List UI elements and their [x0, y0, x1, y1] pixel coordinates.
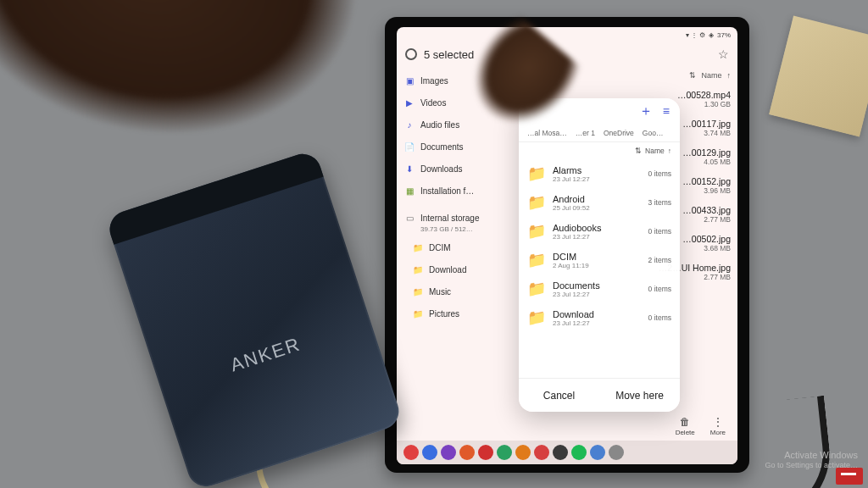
sidebar-label: Videos — [420, 98, 446, 108]
download-icon: ⬇ — [403, 163, 415, 175]
folder-row[interactable]: 📁DCIM2 Aug 11:192 items — [519, 246, 680, 274]
folder-count: 2 items — [648, 256, 671, 264]
folder-row[interactable]: 📁Android25 Jul 09:523 items — [519, 188, 680, 217]
watermark-line1: Activate Windows — [765, 449, 858, 461]
sidebar-label: Pictures — [429, 309, 459, 319]
sidebar-item-pictures[interactable]: 📁Pictures — [397, 302, 497, 324]
action-label: Delete — [676, 429, 695, 436]
folder-icon: 📁 — [527, 280, 546, 298]
bottom-action-bar: 🗑Delete ⋮More — [397, 412, 737, 441]
sidebar-item-installation[interactable]: ▦Installation f… — [397, 180, 497, 202]
folder-name: Alarms — [553, 165, 642, 175]
more-icon: ⋮ — [713, 416, 723, 428]
taskbar-app-icon[interactable] — [497, 445, 512, 460]
folder-count: 0 items — [648, 227, 671, 236]
channel-logo — [836, 468, 863, 485]
tablet-screen: ▾ ⋮ ⚙ ◈ 37% 5 selected ☆ ▣Images ▶Videos… — [397, 27, 737, 464]
tab[interactable]: …er 1 — [576, 129, 595, 137]
folder-icon: 📁 — [527, 251, 546, 269]
sort-label: Name — [645, 147, 665, 155]
menu-icon[interactable]: ≡ — [663, 104, 670, 118]
folder-icon: 📁 — [412, 263, 424, 275]
file-size: 3.96 MB — [682, 186, 731, 195]
taskbar-app-icon[interactable] — [459, 445, 475, 460]
folder-date: 23 Jul 12:27 — [553, 175, 642, 183]
file-size: 4.05 MB — [682, 158, 731, 166]
storage-usage-text: 39.73 GB / 512… — [397, 225, 497, 233]
taskbar-app-icon[interactable] — [422, 445, 437, 460]
battery-text: 37% — [717, 31, 731, 39]
taskbar-app-icon[interactable] — [590, 445, 605, 460]
folder-list[interactable]: 📁Alarms23 Jul 12:270 items📁Android25 Jul… — [519, 159, 680, 378]
file-name: …00433.jpg — [682, 205, 731, 215]
sidebar-item-audio[interactable]: ♪Audio files — [397, 114, 497, 136]
status-bar: ▾ ⋮ ⚙ ◈ 37% — [397, 27, 737, 42]
sidebar-label: Music — [429, 287, 451, 297]
folder-row[interactable]: 📁Alarms23 Jul 12:270 items — [519, 159, 680, 188]
dialog-sort[interactable]: ⇅ Name ↑ — [519, 142, 680, 159]
apk-icon: ▦ — [403, 185, 415, 197]
move-destination-dialog: ＋ ≡ …al Mosa… …er 1 OneDrive Goo… ⇅ Name… — [519, 98, 680, 412]
sidebar-item-dcim[interactable]: 📁DCIM — [397, 236, 497, 258]
trash-icon: 🗑 — [680, 416, 690, 428]
sidebar-label: Audio files — [420, 120, 459, 130]
taskbar-app-icon[interactable] — [403, 445, 419, 460]
folder-name: DCIM — [553, 252, 642, 262]
folder-row[interactable]: 📁Audiobooks23 Jul 12:270 items — [519, 217, 680, 246]
move-here-button[interactable]: Move here — [599, 379, 680, 412]
taskbar-app-icon[interactable] — [609, 445, 624, 460]
create-folder-icon[interactable]: ＋ — [639, 103, 653, 120]
folder-row[interactable]: 📁Download23 Jul 12:270 items — [519, 303, 680, 332]
storage-tabs[interactable]: …al Mosa… …er 1 OneDrive Goo… — [519, 124, 680, 142]
file-name: …00502.jpg — [682, 234, 731, 244]
folder-count: 3 items — [648, 198, 671, 207]
taskbar-app-icon[interactable] — [553, 445, 568, 460]
more-button[interactable]: ⋮More — [710, 416, 726, 436]
audio-icon: ♪ — [403, 119, 415, 130]
taskbar[interactable] — [397, 441, 737, 464]
power-bank-brand-text: ANKER — [227, 333, 303, 376]
taskbar-app-icon[interactable] — [478, 445, 493, 460]
folder-name: Documents — [553, 280, 642, 291]
status-icons: ▾ ⋮ ⚙ — [686, 31, 705, 39]
file-size: 1.30 GB — [677, 100, 731, 108]
sidebar-item-downloads[interactable]: ⬇Downloads — [397, 158, 497, 180]
sidebar-label: Documents — [420, 142, 464, 152]
sidebar-label: DCIM — [429, 243, 451, 252]
power-bank-prop: ANKER — [105, 149, 403, 488]
tablet-device: ▾ ⋮ ⚙ ◈ 37% 5 selected ☆ ▣Images ▶Videos… — [385, 17, 749, 473]
sort-header[interactable]: ⇅ Name ↑ — [500, 69, 731, 85]
sidebar-item-images[interactable]: ▣Images — [397, 69, 497, 92]
sidebar-item-download[interactable]: 📁Download — [397, 258, 497, 280]
folder-icon: 📁 — [412, 286, 424, 297]
folder-icon: 📁 — [412, 241, 424, 253]
sidebar-item-music[interactable]: 📁Music — [397, 280, 497, 302]
folder-date: 23 Jul 12:27 — [553, 291, 642, 298]
sidebar-label: Images — [420, 76, 448, 86]
folder-date: 25 Jul 09:52 — [553, 204, 642, 212]
wood-block-prop — [769, 15, 868, 136]
sidebar-item-videos[interactable]: ▶Videos — [397, 92, 497, 114]
sidebar-label: Internal storage — [420, 214, 480, 223]
folder-icon: 📁 — [527, 222, 546, 241]
folder-row[interactable]: 📁Documents23 Jul 12:270 items — [519, 274, 680, 303]
sidebar-item-documents[interactable]: 📄Documents — [397, 136, 497, 158]
video-icon: ▶ — [403, 97, 415, 108]
tab[interactable]: …al Mosa… — [527, 129, 567, 137]
select-all-ring[interactable] — [405, 48, 417, 60]
tab[interactable]: OneDrive — [604, 129, 634, 137]
folder-date: 23 Jul 12:27 — [553, 233, 642, 241]
taskbar-app-icon[interactable] — [441, 445, 456, 460]
taskbar-app-icon[interactable] — [534, 445, 549, 460]
folder-name: Audiobooks — [553, 223, 642, 233]
sidebar-label: Installation f… — [420, 186, 474, 196]
cancel-button[interactable]: Cancel — [519, 379, 599, 412]
folder-icon: 📁 — [527, 164, 546, 183]
taskbar-app-icon[interactable] — [571, 445, 587, 460]
folder-icon: 📁 — [412, 308, 424, 319]
taskbar-app-icon[interactable] — [515, 445, 531, 460]
favorite-star-icon[interactable]: ☆ — [718, 47, 729, 61]
delete-button[interactable]: 🗑Delete — [676, 416, 695, 436]
tab[interactable]: Goo… — [643, 129, 664, 137]
wifi-icon: ◈ — [709, 31, 714, 39]
